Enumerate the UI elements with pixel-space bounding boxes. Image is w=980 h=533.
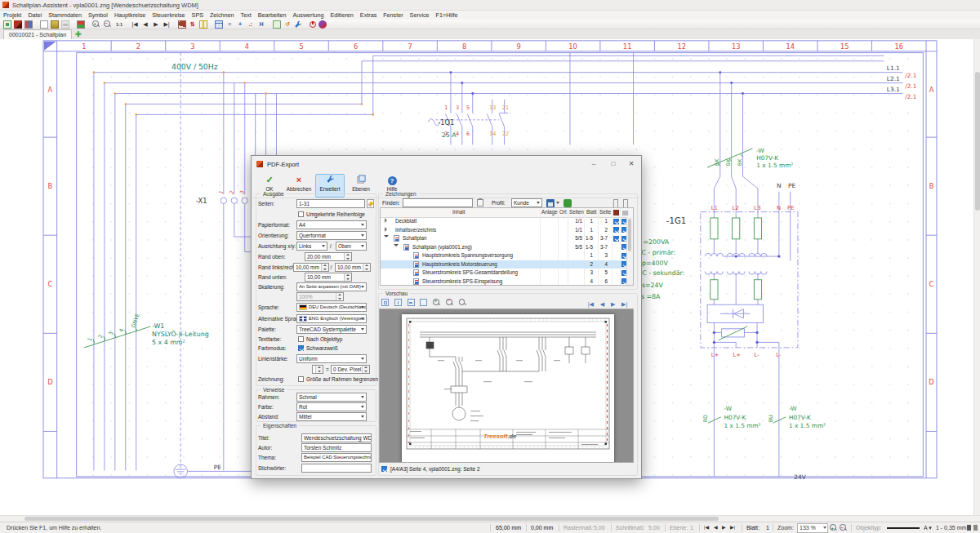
- settings-wrench-icon[interactable]: [294, 20, 302, 29]
- preview-first-icon[interactable]: |◀: [588, 301, 594, 307]
- book-checkbox[interactable]: [613, 219, 619, 224]
- margin-right-spinner[interactable]: 10,00 mm: [335, 263, 371, 272]
- save-profile-dropdown-icon[interactable]: [556, 202, 559, 204]
- reload-profile-icon[interactable]: [564, 199, 572, 207]
- first-sheet-icon[interactable]: |◀: [131, 20, 139, 29]
- sheet-first-icon[interactable]: |◀: [704, 522, 709, 533]
- undo-icon[interactable]: ↺: [283, 20, 292, 29]
- margin-left-spinner[interactable]: 10,00 mm: [293, 263, 329, 272]
- potential-icon[interactable]: ⇅: [189, 20, 197, 29]
- menu-steuerkreise[interactable]: Steuerkreise: [149, 11, 188, 19]
- menu-sps[interactable]: SPS: [189, 11, 207, 19]
- zoom-in-icon[interactable]: +: [92, 20, 100, 28]
- clipboard-icon[interactable]: [273, 20, 281, 29]
- ref-frame-select[interactable]: Schmal: [296, 393, 367, 402]
- menu-hilfe[interactable]: F1=Hilfe: [433, 11, 461, 19]
- add-tab-icon[interactable]: ✚: [75, 30, 82, 39]
- print-icon[interactable]: [61, 20, 69, 29]
- author-input[interactable]: Torsten Schmitz: [301, 443, 372, 452]
- copy-project-icon[interactable]: [24, 20, 33, 29]
- line-tool-icon[interactable]: ≡: [225, 20, 234, 29]
- find-input[interactable]: [403, 198, 473, 207]
- frame-icon[interactable]: [420, 299, 427, 306]
- preview-prev-icon[interactable]: ◀: [600, 301, 604, 307]
- menu-projekt[interactable]: Projekt: [0, 11, 24, 19]
- power-icon[interactable]: [310, 21, 316, 28]
- clear-find-trash-icon[interactable]: [477, 199, 483, 207]
- edit-pages-icon[interactable]: [367, 199, 374, 208]
- table-row[interactable]: Steuerstromkreis SPS-Gesamtdarstellung 3…: [381, 269, 633, 278]
- zoom-1-1-icon[interactable]: 1:1: [115, 20, 123, 29]
- menu-auswertung[interactable]: Auswertung: [290, 11, 327, 19]
- drawings-table[interactable]: Inhalt Anlage Ort Seiten Blatt Seite Dec…: [380, 207, 634, 286]
- paper-format-select[interactable]: A4: [296, 220, 367, 229]
- next-sheet-icon[interactable]: ▶: [152, 20, 160, 29]
- canvas-horizontal-scrollbar[interactable]: [0, 515, 980, 522]
- preview-zoom-out-icon[interactable]: −: [446, 299, 453, 306]
- reverse-order-checkbox[interactable]: [298, 211, 304, 217]
- fit-selection-icon[interactable]: [408, 299, 415, 306]
- status-icon-1[interactable]: [967, 525, 971, 531]
- table-row[interactable]: Hauptstromkreis Spannungsversorgung 1 3: [381, 251, 633, 260]
- scaling-select[interactable]: An Seite anpassen (mit OAR): [296, 282, 367, 291]
- menu-text[interactable]: Text: [238, 11, 255, 19]
- table-row[interactable]: Inhaltsverzeichnis 1/1 1 2: [381, 226, 633, 235]
- sheet-next-icon[interactable]: ▶: [722, 522, 726, 533]
- subject-input[interactable]: Beispiel CAD Steuerungstechnik: [301, 453, 372, 462]
- table-row[interactable]: Schaltplan (vpla0001.zng) 5/5 1-5 3-7: [381, 243, 633, 252]
- preview-last-icon[interactable]: ▶|: [621, 301, 627, 307]
- ref-distance-select[interactable]: Mittel: [296, 412, 367, 421]
- preview-area[interactable]: Treesoft.de: [379, 309, 634, 463]
- orientation-select[interactable]: Querformat: [296, 231, 367, 240]
- menu-editieren[interactable]: Editieren: [327, 11, 356, 19]
- fit-width-icon[interactable]: [394, 299, 402, 306]
- status-zoom-out-icon[interactable]: −: [840, 524, 847, 531]
- margin-top-spinner[interactable]: 20,00 mm: [305, 252, 352, 261]
- pages-input[interactable]: 1-31: [296, 199, 365, 208]
- preview-zoom-in-icon[interactable]: +: [433, 299, 440, 306]
- objtype-a-select[interactable]: A ▾: [924, 522, 932, 533]
- status-zoom-in-icon[interactable]: +: [830, 524, 837, 531]
- menu-symbol[interactable]: Symbol: [85, 11, 111, 19]
- table-row[interactable]: Schaltplan 5/5 1-5 3-7: [381, 234, 633, 243]
- symbol-table-icon[interactable]: [77, 20, 85, 29]
- canvas-vertical-scrollbar[interactable]: [973, 39, 980, 515]
- menu-hauptkreise[interactable]: Hauptkreise: [111, 11, 149, 19]
- open-icon[interactable]: [51, 20, 59, 29]
- alt-language-select[interactable]: ENG Englisch (Vereinigtes Kör: [296, 314, 367, 323]
- table-row-selected[interactable]: Hauptstromkreis Motorsteuerung 2 4: [381, 260, 633, 269]
- align-y-select[interactable]: Oben: [336, 242, 367, 251]
- search-icon[interactable]: [178, 20, 186, 29]
- table-scrollbar[interactable]: [626, 217, 633, 285]
- tab-schaltplan[interactable]: 00010021 - Schaltplan: [3, 29, 72, 39]
- device-pixel-spinner[interactable]: 0 Dev. Pixel: [331, 365, 370, 374]
- book-checkbox[interactable]: [613, 236, 619, 242]
- preview-zoom-reset-icon[interactable]: [459, 299, 466, 306]
- menu-stammdaten[interactable]: Stammdaten: [45, 11, 85, 19]
- table-view-icon[interactable]: [215, 20, 223, 29]
- margin-bottom-spinner[interactable]: 10,00 mm: [305, 273, 352, 282]
- dot-tool-icon[interactable]: .:: [247, 20, 255, 29]
- raster-value[interactable]: 5,00: [594, 522, 605, 533]
- dialog-titlebar[interactable]: PDF-Export – □ ✕: [252, 156, 641, 172]
- linewidth-factor-spinner[interactable]: [312, 365, 323, 374]
- ref-color-select[interactable]: Rot: [296, 402, 367, 411]
- zoom-out-icon[interactable]: −: [104, 20, 111, 28]
- profile-select[interactable]: Kunde: [511, 198, 542, 207]
- marker-icon[interactable]: [199, 20, 207, 29]
- table-row[interactable]: Deckblatt 1/1 1 1: [381, 217, 633, 226]
- status-icon-2[interactable]: [973, 525, 978, 531]
- open-project-icon[interactable]: [14, 20, 22, 29]
- exit-icon[interactable]: [318, 20, 327, 29]
- minimize-icon[interactable]: –: [589, 160, 599, 167]
- fit-page-icon[interactable]: [381, 299, 389, 306]
- last-sheet-icon[interactable]: ▶|: [163, 20, 171, 29]
- h-tool-icon[interactable]: H: [257, 20, 265, 29]
- keywords-input[interactable]: [301, 464, 372, 473]
- close-icon[interactable]: ✕: [626, 160, 636, 167]
- zoom-select[interactable]: 133 %: [797, 523, 828, 533]
- limit-to-frame-checkbox[interactable]: [298, 376, 304, 382]
- prev-sheet-icon[interactable]: ◀: [141, 20, 149, 29]
- palette-select[interactable]: TreeCAD Systempalette: [296, 325, 367, 334]
- title-input[interactable]: Wendeschuetzschaltung WDM: [301, 433, 372, 442]
